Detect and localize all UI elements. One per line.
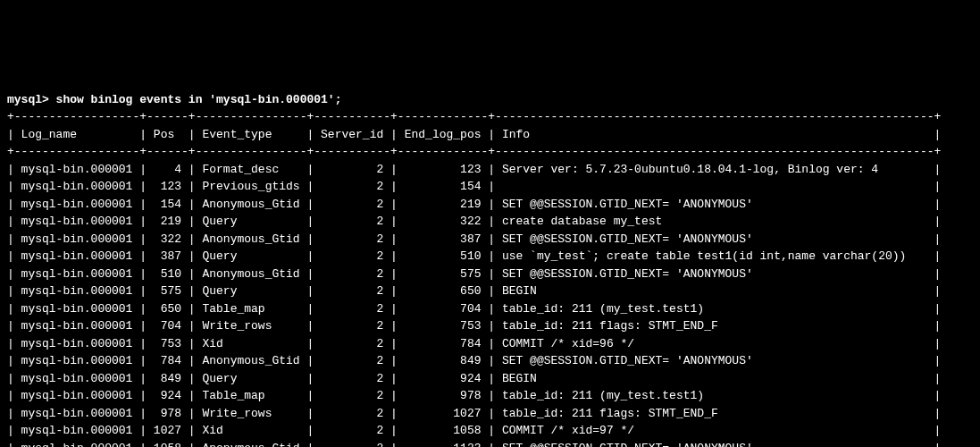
table-row: | mysql-bin.000001 | 650 | Table_map | 2… xyxy=(7,300,973,318)
table-body: | mysql-bin.000001 | 4 | Format_desc | 2… xyxy=(7,161,973,448)
table-header-row: | Log_name | Pos | Event_type | Server_i… xyxy=(7,128,941,141)
table-row: | mysql-bin.000001 | 123 | Previous_gtid… xyxy=(7,178,973,196)
table-row: | mysql-bin.000001 | 154 | Anonymous_Gti… xyxy=(7,196,973,214)
table-row: | mysql-bin.000001 | 978 | Write_rows | … xyxy=(7,405,973,423)
table-row: | mysql-bin.000001 | 753 | Xid | 2 | 784… xyxy=(7,335,973,353)
table-row: | mysql-bin.000001 | 704 | Write_rows | … xyxy=(7,317,973,335)
table-border-mid: +------------------+------+-------------… xyxy=(7,145,941,158)
table-row: | mysql-bin.000001 | 4 | Format_desc | 2… xyxy=(7,161,973,179)
table-row: | mysql-bin.000001 | 849 | Query | 2 | 9… xyxy=(7,370,973,388)
terminal-output: mysql> show binlog events in 'mysql-bin.… xyxy=(7,73,973,447)
table-row: | mysql-bin.000001 | 1058 | Anonymous_Gt… xyxy=(7,440,973,448)
table-row: | mysql-bin.000001 | 575 | Query | 2 | 6… xyxy=(7,283,973,300)
table-border-top: +------------------+------+-------------… xyxy=(7,110,941,123)
table-row: | mysql-bin.000001 | 510 | Anonymous_Gti… xyxy=(7,266,973,283)
table-row: | mysql-bin.000001 | 322 | Anonymous_Gti… xyxy=(7,231,973,249)
table-row: | mysql-bin.000001 | 1027 | Xid | 2 | 10… xyxy=(7,422,973,440)
table-row: | mysql-bin.000001 | 924 | Table_map | 2… xyxy=(7,387,973,405)
table-row: | mysql-bin.000001 | 219 | Query | 2 | 3… xyxy=(7,213,973,231)
table-row: | mysql-bin.000001 | 387 | Query | 2 | 5… xyxy=(7,248,973,266)
mysql-prompt: mysql> show binlog events in 'mysql-bin.… xyxy=(7,93,341,106)
table-row: | mysql-bin.000001 | 784 | Anonymous_Gti… xyxy=(7,352,973,370)
